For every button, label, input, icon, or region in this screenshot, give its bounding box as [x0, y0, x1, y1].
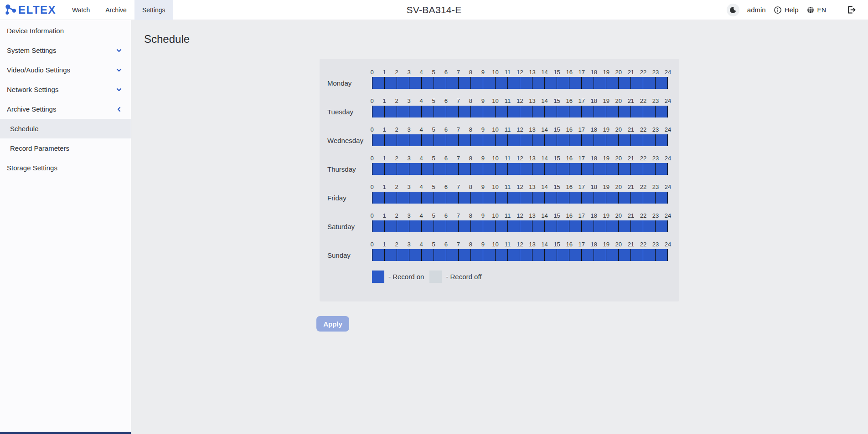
schedule-cell-friday-19[interactable]	[606, 192, 619, 204]
schedule-cell-monday-10[interactable]	[496, 77, 508, 89]
schedule-cell-tuesday-11[interactable]	[508, 106, 520, 117]
schedule-cell-tuesday-15[interactable]	[557, 106, 569, 117]
schedule-cell-tuesday-22[interactable]	[643, 106, 656, 117]
schedule-cell-saturday-3[interactable]	[409, 220, 422, 232]
sidebar-subitem-record-parameters[interactable]: Record Parameters	[0, 138, 131, 158]
schedule-cell-monday-9[interactable]	[483, 77, 496, 89]
schedule-cell-friday-9[interactable]	[483, 192, 496, 204]
schedule-cell-wednesday-4[interactable]	[422, 134, 434, 146]
schedule-cell-thursday-20[interactable]	[619, 163, 631, 175]
schedule-cell-tuesday-19[interactable]	[606, 106, 619, 117]
schedule-cell-thursday-18[interactable]	[594, 163, 606, 175]
schedule-cell-sunday-12[interactable]	[520, 249, 532, 261]
schedule-cell-friday-15[interactable]	[557, 192, 569, 204]
schedule-cell-thursday-7[interactable]	[459, 163, 471, 175]
schedule-cell-monday-6[interactable]	[446, 77, 459, 89]
schedule-cell-saturday-13[interactable]	[532, 220, 545, 232]
schedule-cell-thursday-13[interactable]	[532, 163, 545, 175]
schedule-cell-wednesday-12[interactable]	[520, 134, 532, 146]
schedule-cell-friday-20[interactable]	[619, 192, 631, 204]
schedule-cell-sunday-22[interactable]	[643, 249, 656, 261]
schedule-cell-friday-23[interactable]	[656, 192, 668, 204]
schedule-cell-tuesday-21[interactable]	[631, 106, 643, 117]
language-switcher[interactable]: EN	[806, 6, 826, 14]
schedule-cell-wednesday-9[interactable]	[483, 134, 496, 146]
schedule-cell-saturday-21[interactable]	[631, 220, 643, 232]
schedule-cell-sunday-23[interactable]	[656, 249, 668, 261]
sidebar-item-video-audio-settings[interactable]: Video/Audio Settings	[0, 60, 131, 80]
schedule-cell-wednesday-5[interactable]	[434, 134, 446, 146]
schedule-cell-friday-13[interactable]	[532, 192, 545, 204]
schedule-cell-sunday-4[interactable]	[422, 249, 434, 261]
schedule-cell-saturday-6[interactable]	[446, 220, 459, 232]
logout-button[interactable]	[847, 5, 856, 15]
schedule-cell-sunday-17[interactable]	[582, 249, 594, 261]
schedule-cell-sunday-5[interactable]	[434, 249, 446, 261]
nav-tab-archive[interactable]: Archive	[98, 0, 134, 20]
schedule-cell-sunday-18[interactable]	[594, 249, 606, 261]
schedule-cell-monday-1[interactable]	[385, 77, 397, 89]
schedule-cell-sunday-14[interactable]	[545, 249, 557, 261]
schedule-cell-saturday-2[interactable]	[397, 220, 409, 232]
schedule-cell-saturday-5[interactable]	[434, 220, 446, 232]
schedule-cell-wednesday-22[interactable]	[643, 134, 656, 146]
schedule-cell-monday-8[interactable]	[471, 77, 483, 89]
schedule-cell-thursday-0[interactable]	[372, 163, 385, 175]
schedule-cell-thursday-10[interactable]	[496, 163, 508, 175]
schedule-cell-wednesday-14[interactable]	[545, 134, 557, 146]
schedule-cell-sunday-0[interactable]	[372, 249, 385, 261]
schedule-cell-wednesday-10[interactable]	[496, 134, 508, 146]
schedule-cell-monday-18[interactable]	[594, 77, 606, 89]
schedule-cell-saturday-10[interactable]	[496, 220, 508, 232]
schedule-cell-saturday-12[interactable]	[520, 220, 532, 232]
schedule-cell-friday-0[interactable]	[372, 192, 385, 204]
schedule-cell-saturday-22[interactable]	[643, 220, 656, 232]
schedule-cell-saturday-16[interactable]	[569, 220, 582, 232]
schedule-cell-sunday-1[interactable]	[385, 249, 397, 261]
schedule-cell-wednesday-15[interactable]	[557, 134, 569, 146]
sidebar-item-system-settings[interactable]: System Settings	[0, 41, 131, 60]
schedule-cell-thursday-11[interactable]	[508, 163, 520, 175]
sidebar-subitem-schedule[interactable]: Schedule	[0, 119, 131, 138]
schedule-cell-wednesday-23[interactable]	[656, 134, 668, 146]
help-link[interactable]: Help	[774, 6, 799, 14]
schedule-cell-tuesday-6[interactable]	[446, 106, 459, 117]
schedule-cell-thursday-3[interactable]	[409, 163, 422, 175]
schedule-cell-thursday-4[interactable]	[422, 163, 434, 175]
app-logo[interactable]: ELTEX	[0, 4, 62, 16]
schedule-cell-tuesday-10[interactable]	[496, 106, 508, 117]
nav-tab-settings[interactable]: Settings	[134, 0, 173, 20]
schedule-cell-wednesday-6[interactable]	[446, 134, 459, 146]
schedule-cell-friday-16[interactable]	[569, 192, 582, 204]
schedule-cell-saturday-23[interactable]	[656, 220, 668, 232]
schedule-cell-friday-4[interactable]	[422, 192, 434, 204]
schedule-cell-wednesday-20[interactable]	[619, 134, 631, 146]
sidebar-item-network-settings[interactable]: Network Settings	[0, 80, 131, 99]
sidebar-item-storage-settings[interactable]: Storage Settings	[0, 158, 131, 178]
schedule-cell-wednesday-21[interactable]	[631, 134, 643, 146]
schedule-cell-saturday-4[interactable]	[422, 220, 434, 232]
schedule-cell-thursday-17[interactable]	[582, 163, 594, 175]
schedule-cell-wednesday-3[interactable]	[409, 134, 422, 146]
schedule-cell-wednesday-17[interactable]	[582, 134, 594, 146]
schedule-cell-thursday-9[interactable]	[483, 163, 496, 175]
schedule-cell-saturday-9[interactable]	[483, 220, 496, 232]
schedule-cell-monday-21[interactable]	[631, 77, 643, 89]
schedule-cell-sunday-3[interactable]	[409, 249, 422, 261]
schedule-cell-thursday-16[interactable]	[569, 163, 582, 175]
schedule-cell-sunday-9[interactable]	[483, 249, 496, 261]
schedule-cell-tuesday-3[interactable]	[409, 106, 422, 117]
schedule-cell-sunday-19[interactable]	[606, 249, 619, 261]
schedule-cell-thursday-1[interactable]	[385, 163, 397, 175]
schedule-cell-monday-13[interactable]	[532, 77, 545, 89]
schedule-cell-monday-20[interactable]	[619, 77, 631, 89]
schedule-cell-friday-18[interactable]	[594, 192, 606, 204]
schedule-cell-sunday-10[interactable]	[496, 249, 508, 261]
schedule-cell-tuesday-23[interactable]	[656, 106, 668, 117]
schedule-cell-tuesday-5[interactable]	[434, 106, 446, 117]
schedule-cell-wednesday-18[interactable]	[594, 134, 606, 146]
schedule-cell-sunday-20[interactable]	[619, 249, 631, 261]
schedule-cell-sunday-11[interactable]	[508, 249, 520, 261]
sidebar-item-device-information[interactable]: Device Information	[0, 21, 131, 41]
schedule-cell-friday-8[interactable]	[471, 192, 483, 204]
